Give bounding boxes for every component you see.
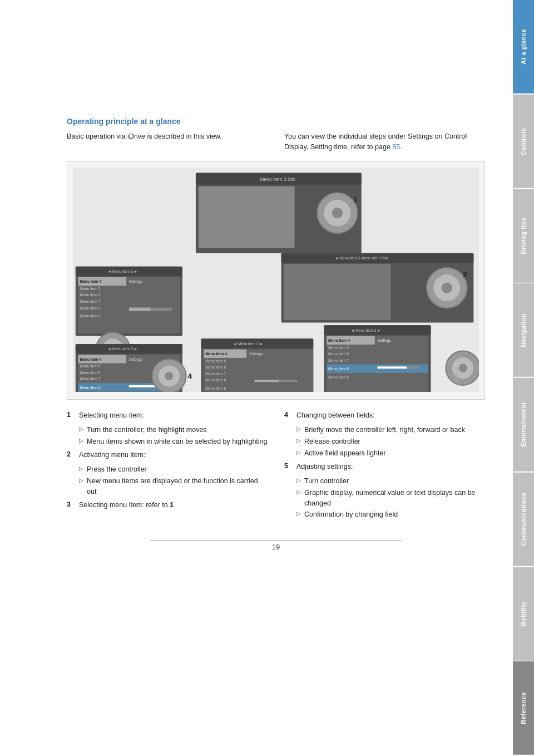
sub-list-5-item-3: Confirmation by changing field — [296, 509, 485, 520]
svg-text:◄ Menu item 3 ►: ◄ Menu item 3 ► — [350, 328, 380, 332]
svg-rect-81 — [377, 366, 407, 369]
list-item-4: 4 Changing between fields: — [284, 411, 485, 421]
svg-text:Menu item 9: Menu item 9 — [328, 375, 349, 379]
sidebar-tab-mobility[interactable]: Mobility — [513, 567, 534, 661]
sub-list-1: Turn the controller; the highlight moves… — [79, 425, 268, 447]
svg-text:Menu item 4: Menu item 4 — [80, 279, 101, 283]
svg-text:Menu item 6: Menu item 6 — [80, 370, 100, 374]
sub-list-4-item-1: Briefly move the controller left, right,… — [296, 425, 485, 435]
page-number: 19 — [272, 543, 280, 551]
list-col-right: 4 Changing between fields: Briefly move … — [284, 411, 485, 523]
list-text-1: Selecting menu item: — [79, 411, 144, 421]
list-num-3: 3 — [67, 500, 77, 508]
svg-text:1: 1 — [353, 195, 358, 204]
list-text-2: Activating menu item: — [79, 450, 146, 460]
svg-text:Menu item 6: Menu item 6 — [328, 352, 349, 356]
list-text-5: Adjusting settings: — [296, 462, 353, 472]
svg-text:Menu item 9: Menu item 9 — [205, 386, 226, 390]
svg-text:2: 2 — [463, 270, 467, 278]
list-num-1: 1 — [67, 411, 77, 419]
lists-area: 1 Selecting menu item: Turn the controll… — [67, 411, 485, 523]
svg-text:4: 4 — [188, 372, 192, 380]
sub-list-4-item-2: Release controller — [296, 436, 485, 447]
list-item-1: 1 Selecting menu item: — [67, 411, 268, 421]
list-text-3: Selecting menu item: refer to 1 — [79, 500, 174, 510]
svg-text:Menu item 8: Menu item 8 — [205, 378, 226, 382]
sub-list-4-item-3: Active field appears lighter — [296, 448, 485, 459]
svg-text:Menu item 4: Menu item 4 — [205, 352, 227, 356]
svg-text:Menu item 4: Menu item 4 — [80, 357, 101, 361]
sidebar: At a glance Controls Driving tips Naviga… — [513, 0, 534, 756]
svg-text:Settings: Settings — [129, 357, 143, 361]
svg-text:Menu item 5: Menu item 5 — [328, 345, 349, 349]
svg-text:◄ Menu item 3 ►: ◄ Menu item 3 ► — [107, 347, 137, 351]
diagram-svg: Menu item 3 Mix 1 ◄ Menu item 3 ► Menu i… — [73, 168, 479, 392]
sub-list-2-item-1: Press the controller — [79, 464, 268, 475]
sub-list-4: Briefly move the controller left, right,… — [296, 425, 485, 458]
svg-text:Menu item 8: Menu item 8 — [80, 385, 100, 389]
svg-text:Menu item 8: Menu item 8 — [80, 306, 100, 310]
sidebar-tab-driving-tips[interactable]: Driving tips — [513, 189, 534, 283]
svg-rect-48 — [129, 385, 159, 387]
sidebar-tab-at-a-glance[interactable]: At a glance — [513, 0, 534, 94]
sub-list-5-item-2: Graphic display, numerical value or text… — [296, 488, 485, 509]
list-num-5: 5 — [284, 462, 294, 470]
svg-text:◄ Menu item 3 ►: ◄ Menu item 3 ► — [107, 269, 137, 273]
sidebar-tab-controls[interactable]: Controls — [513, 95, 534, 188]
svg-text:Settings: Settings — [377, 338, 391, 343]
sidebar-tab-communications[interactable]: Communications — [513, 473, 534, 566]
sub-list-2: Press the controller New menu items are … — [79, 464, 268, 497]
svg-text:Menu item 9: Menu item 9 — [80, 313, 100, 317]
svg-text:Settings: Settings — [249, 352, 263, 356]
sub-list-5: Turn controller Graphic display, numeric… — [296, 476, 485, 520]
svg-text:Menu item 7: Menu item 7 — [80, 300, 100, 303]
sidebar-tab-entertainment[interactable]: Entertainment — [513, 378, 534, 472]
svg-text:Menu item 8: Menu item 8 — [328, 367, 349, 371]
svg-text:Menu item 5: Menu item 5 — [80, 286, 100, 290]
svg-rect-4 — [199, 186, 295, 247]
list-item-3: 3 Selecting menu item: refer to 1 — [67, 500, 268, 510]
svg-text:◄ Menu item 2  Menu item 3  Mi: ◄ Menu item 2 Menu item 3 Mix — [335, 256, 389, 260]
sidebar-tab-navigation[interactable]: Navigation — [513, 283, 534, 377]
svg-point-85 — [458, 364, 467, 372]
sub-list-1-item-2: Menu items shown in white can be selecte… — [79, 436, 268, 447]
list-col-left: 1 Selecting menu item: Turn the controll… — [67, 411, 268, 523]
list-text-4: Changing between fields: — [296, 411, 374, 421]
intro-right: You can view the individual steps under … — [284, 131, 485, 153]
svg-text:Menu item 6: Menu item 6 — [80, 293, 100, 297]
intro-left: Basic operation via iDrive is described … — [67, 131, 268, 153]
sub-list-2-item-2: New menu items are displayed or the func… — [79, 476, 268, 497]
svg-text:Menu item 7: Menu item 7 — [328, 358, 349, 362]
list-num-4: 4 — [284, 411, 294, 419]
svg-rect-30 — [284, 263, 390, 320]
page-link-85[interactable]: 85 — [392, 143, 400, 151]
svg-rect-66 — [255, 380, 279, 382]
main-content: Operating principle at a glance Basic op… — [0, 0, 513, 573]
page-number-area: 19 — [67, 540, 485, 551]
svg-text:Menu item 3  Mix: Menu item 3 Mix — [260, 176, 295, 182]
sidebar-tab-reference[interactable]: Reference — [513, 661, 534, 755]
svg-text:Settings: Settings — [129, 279, 143, 284]
list-item-2: 2 Activating menu item: — [67, 450, 268, 460]
svg-rect-21 — [129, 307, 150, 311]
svg-text:Menu item 5: Menu item 5 — [205, 359, 226, 362]
page-number-divider — [150, 540, 401, 541]
svg-point-33 — [442, 282, 452, 293]
svg-text:Menu item 6: Menu item 6 — [205, 365, 226, 369]
svg-text:Menu item 4: Menu item 4 — [328, 338, 350, 342]
diagram-container: Menu item 3 Mix 1 ◄ Menu item 3 ► Menu i… — [67, 161, 485, 400]
intro-area: Basic operation via iDrive is described … — [67, 131, 485, 153]
list-item-5: 5 Adjusting settings: — [284, 462, 485, 472]
section-heading: Operating principle at a glance — [67, 117, 485, 126]
svg-text:◄ Menu item 3 ►: ◄ Menu item 3 ► — [233, 341, 263, 345]
svg-text:Menu item 7: Menu item 7 — [80, 377, 100, 381]
svg-text:Menu item 5: Menu item 5 — [80, 364, 100, 368]
svg-point-7 — [332, 208, 343, 218]
sub-list-1-item-1: Turn the controller; the highlight moves — [79, 425, 268, 435]
sub-list-5-item-1: Turn controller — [296, 476, 485, 487]
svg-text:V2051403348: V2051403348 — [455, 366, 458, 386]
list-num-2: 2 — [67, 450, 77, 458]
svg-text:Menu item 7: Menu item 7 — [205, 371, 226, 375]
svg-point-52 — [165, 371, 173, 380]
